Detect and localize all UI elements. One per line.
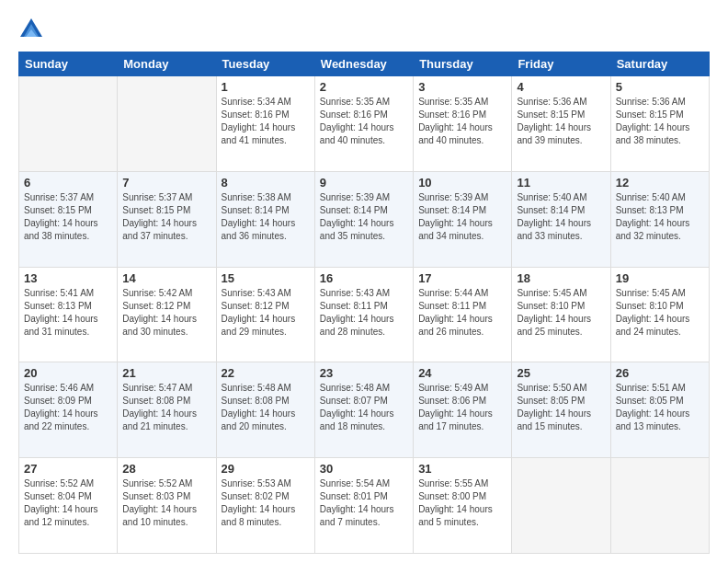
cell-info: Sunrise: 5:35 AM Sunset: 8:16 PM Dayligh… — [320, 96, 408, 147]
cell-w1-d4: 3Sunrise: 5:35 AM Sunset: 8:16 PM Daylig… — [414, 76, 512, 172]
cell-w4-d2: 22Sunrise: 5:48 AM Sunset: 8:08 PM Dayli… — [216, 362, 314, 458]
header-sunday: Sunday — [19, 52, 118, 76]
header-saturday: Saturday — [610, 52, 709, 76]
day-number: 15 — [222, 271, 310, 285]
cell-info: Sunrise: 5:42 AM Sunset: 8:12 PM Dayligh… — [122, 287, 210, 339]
day-number: 16 — [320, 271, 408, 285]
day-number: 4 — [517, 80, 605, 94]
header-friday: Friday — [512, 52, 610, 76]
cell-w1-d2: 1Sunrise: 5:34 AM Sunset: 8:16 PM Daylig… — [216, 76, 314, 172]
day-number: 1 — [222, 80, 310, 94]
day-number: 11 — [517, 176, 605, 190]
day-number: 22 — [222, 366, 310, 380]
cell-w1-d1 — [118, 76, 216, 172]
cell-info: Sunrise: 5:41 AM Sunset: 8:13 PM Dayligh… — [24, 287, 112, 339]
day-number: 13 — [24, 271, 112, 285]
cell-w4-d4: 24Sunrise: 5:49 AM Sunset: 8:06 PM Dayli… — [414, 362, 512, 458]
day-number: 5 — [616, 80, 704, 94]
day-number: 19 — [616, 271, 704, 285]
cell-w3-d6: 19Sunrise: 5:45 AM Sunset: 8:10 PM Dayli… — [610, 267, 709, 362]
cell-info: Sunrise: 5:43 AM Sunset: 8:11 PM Dayligh… — [320, 287, 408, 339]
cell-w5-d1: 28Sunrise: 5:52 AM Sunset: 8:03 PM Dayli… — [118, 458, 216, 554]
cell-info: Sunrise: 5:50 AM Sunset: 8:05 PM Dayligh… — [517, 382, 605, 433]
cell-info: Sunrise: 5:54 AM Sunset: 8:01 PM Dayligh… — [320, 477, 408, 529]
day-number: 28 — [122, 462, 210, 476]
cell-w2-d4: 10Sunrise: 5:39 AM Sunset: 8:14 PM Dayli… — [414, 171, 512, 267]
page: SundayMondayTuesdayWednesdayThursdayFrid… — [0, 0, 728, 563]
day-number: 8 — [222, 176, 310, 190]
week-row-2: 6Sunrise: 5:37 AM Sunset: 8:15 PM Daylig… — [19, 171, 710, 267]
cell-info: Sunrise: 5:52 AM Sunset: 8:03 PM Dayligh… — [122, 477, 210, 529]
cell-w1-d0 — [19, 76, 118, 172]
day-number: 7 — [122, 176, 210, 190]
header-wednesday: Wednesday — [314, 52, 413, 76]
cell-info: Sunrise: 5:51 AM Sunset: 8:05 PM Dayligh… — [616, 382, 704, 433]
cell-info: Sunrise: 5:43 AM Sunset: 8:12 PM Dayligh… — [222, 287, 310, 339]
calendar-header-row: SundayMondayTuesdayWednesdayThursdayFrid… — [19, 52, 710, 76]
week-row-4: 20Sunrise: 5:46 AM Sunset: 8:09 PM Dayli… — [19, 362, 710, 458]
cell-w2-d0: 6Sunrise: 5:37 AM Sunset: 8:15 PM Daylig… — [19, 171, 118, 267]
day-number: 14 — [122, 271, 210, 285]
cell-info: Sunrise: 5:45 AM Sunset: 8:10 PM Dayligh… — [616, 287, 704, 339]
day-number: 27 — [24, 462, 112, 476]
cell-info: Sunrise: 5:55 AM Sunset: 8:00 PM Dayligh… — [418, 477, 506, 529]
cell-info: Sunrise: 5:48 AM Sunset: 8:07 PM Dayligh… — [320, 382, 408, 433]
cell-info: Sunrise: 5:37 AM Sunset: 8:15 PM Dayligh… — [24, 191, 112, 243]
cell-info: Sunrise: 5:45 AM Sunset: 8:10 PM Dayligh… — [517, 287, 605, 339]
cell-info: Sunrise: 5:49 AM Sunset: 8:06 PM Dayligh… — [418, 382, 506, 433]
logo — [18, 17, 48, 42]
day-number: 3 — [418, 80, 506, 94]
cell-w5-d3: 30Sunrise: 5:54 AM Sunset: 8:01 PM Dayli… — [314, 458, 413, 554]
day-number: 9 — [320, 176, 408, 190]
week-row-5: 27Sunrise: 5:52 AM Sunset: 8:04 PM Dayli… — [19, 458, 710, 554]
header-tuesday: Tuesday — [216, 52, 314, 76]
cell-info: Sunrise: 5:40 AM Sunset: 8:13 PM Dayligh… — [616, 191, 704, 243]
calendar-table: SundayMondayTuesdayWednesdayThursdayFrid… — [18, 52, 710, 554]
cell-w1-d6: 5Sunrise: 5:36 AM Sunset: 8:15 PM Daylig… — [610, 76, 709, 172]
cell-w3-d1: 14Sunrise: 5:42 AM Sunset: 8:12 PM Dayli… — [118, 267, 216, 362]
cell-w4-d6: 26Sunrise: 5:51 AM Sunset: 8:05 PM Dayli… — [610, 362, 709, 458]
cell-info: Sunrise: 5:40 AM Sunset: 8:14 PM Dayligh… — [517, 191, 605, 243]
cell-info: Sunrise: 5:36 AM Sunset: 8:15 PM Dayligh… — [517, 96, 605, 147]
header-thursday: Thursday — [414, 52, 512, 76]
week-row-1: 1Sunrise: 5:34 AM Sunset: 8:16 PM Daylig… — [19, 76, 710, 172]
header-monday: Monday — [118, 52, 216, 76]
cell-info: Sunrise: 5:46 AM Sunset: 8:09 PM Dayligh… — [24, 382, 112, 433]
cell-w2-d2: 8Sunrise: 5:38 AM Sunset: 8:14 PM Daylig… — [216, 171, 314, 267]
cell-w5-d0: 27Sunrise: 5:52 AM Sunset: 8:04 PM Dayli… — [19, 458, 118, 554]
cell-w4-d1: 21Sunrise: 5:47 AM Sunset: 8:08 PM Dayli… — [118, 362, 216, 458]
cell-info: Sunrise: 5:53 AM Sunset: 8:02 PM Dayligh… — [222, 477, 310, 529]
cell-w2-d3: 9Sunrise: 5:39 AM Sunset: 8:14 PM Daylig… — [314, 171, 413, 267]
cell-info: Sunrise: 5:36 AM Sunset: 8:15 PM Dayligh… — [616, 96, 704, 147]
cell-info: Sunrise: 5:44 AM Sunset: 8:11 PM Dayligh… — [418, 287, 506, 339]
day-number: 10 — [418, 176, 506, 190]
day-number: 23 — [320, 366, 408, 380]
cell-w5-d5 — [512, 458, 610, 554]
day-number: 21 — [122, 366, 210, 380]
cell-w3-d3: 16Sunrise: 5:43 AM Sunset: 8:11 PM Dayli… — [314, 267, 413, 362]
cell-w2-d1: 7Sunrise: 5:37 AM Sunset: 8:15 PM Daylig… — [118, 171, 216, 267]
cell-info: Sunrise: 5:34 AM Sunset: 8:16 PM Dayligh… — [222, 96, 310, 147]
cell-info: Sunrise: 5:48 AM Sunset: 8:08 PM Dayligh… — [222, 382, 310, 433]
cell-info: Sunrise: 5:39 AM Sunset: 8:14 PM Dayligh… — [320, 191, 408, 243]
cell-w3-d4: 17Sunrise: 5:44 AM Sunset: 8:11 PM Dayli… — [414, 267, 512, 362]
cell-w2-d6: 12Sunrise: 5:40 AM Sunset: 8:13 PM Dayli… — [610, 171, 709, 267]
cell-info: Sunrise: 5:37 AM Sunset: 8:15 PM Dayligh… — [122, 191, 210, 243]
day-number: 17 — [418, 271, 506, 285]
cell-info: Sunrise: 5:52 AM Sunset: 8:04 PM Dayligh… — [24, 477, 112, 529]
day-number: 12 — [616, 176, 704, 190]
cell-w5-d6 — [610, 458, 709, 554]
cell-w2-d5: 11Sunrise: 5:40 AM Sunset: 8:14 PM Dayli… — [512, 171, 610, 267]
cell-w5-d4: 31Sunrise: 5:55 AM Sunset: 8:00 PM Dayli… — [414, 458, 512, 554]
cell-w3-d5: 18Sunrise: 5:45 AM Sunset: 8:10 PM Dayli… — [512, 267, 610, 362]
day-number: 31 — [418, 462, 506, 476]
cell-w4-d0: 20Sunrise: 5:46 AM Sunset: 8:09 PM Dayli… — [19, 362, 118, 458]
cell-info: Sunrise: 5:38 AM Sunset: 8:14 PM Dayligh… — [222, 191, 310, 243]
day-number: 29 — [222, 462, 310, 476]
cell-w1-d5: 4Sunrise: 5:36 AM Sunset: 8:15 PM Daylig… — [512, 76, 610, 172]
cell-w3-d0: 13Sunrise: 5:41 AM Sunset: 8:13 PM Dayli… — [19, 267, 118, 362]
cell-info: Sunrise: 5:39 AM Sunset: 8:14 PM Dayligh… — [418, 191, 506, 243]
cell-w4-d5: 25Sunrise: 5:50 AM Sunset: 8:05 PM Dayli… — [512, 362, 610, 458]
week-row-3: 13Sunrise: 5:41 AM Sunset: 8:13 PM Dayli… — [19, 267, 710, 362]
cell-info: Sunrise: 5:35 AM Sunset: 8:16 PM Dayligh… — [418, 96, 506, 147]
